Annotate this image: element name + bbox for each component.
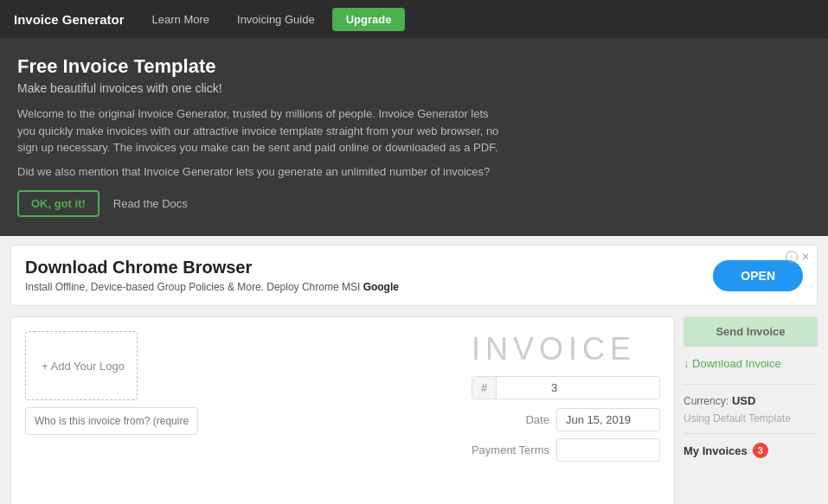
template-label: Using Default Template [684,412,818,424]
sidebar: Send Invoice ↓ Download Invoice Currency… [684,316,818,458]
date-label: Date [472,413,549,426]
read-docs-link[interactable]: Read the Docs [113,197,188,210]
invoice-right: INVOICE # Date Payment Terms [472,331,660,469]
invoice-left: + Add Your Logo [25,331,198,435]
download-invoice-button[interactable]: ↓ Download Invoice [684,352,818,375]
ad-title: Download Chrome Browser [25,258,399,278]
logo-placeholder-text: + Add Your Logo [42,360,125,373]
upgrade-button[interactable]: Upgrade [332,8,406,31]
currency-label: Currency: [684,395,729,407]
invoices-count-badge: 3 [753,443,768,458]
currency-row: Currency: USD [684,393,818,407]
ad-info-row: i ✕ [786,251,810,263]
payment-terms-input[interactable] [556,438,660,462]
ad-text: Download Chrome Browser Install Offline,… [25,258,399,293]
ad-close-button[interactable]: ✕ [801,251,810,263]
invoice-date-section: Date Payment Terms [472,408,660,462]
send-invoice-button[interactable]: Send Invoice [684,316,818,347]
invoice-title-text: INVOICE [472,331,660,367]
sidebar-divider-2 [684,433,818,434]
my-invoices-row: My Invoices 3 [684,443,818,458]
brand-name: Invoice Generator [14,12,125,27]
currency-value: USD [732,394,755,407]
ad-banner: i ✕ Download Chrome Browser Install Offl… [10,245,818,306]
from-input[interactable] [25,407,198,435]
ad-open-button[interactable]: OPEN [713,260,803,291]
date-input[interactable] [556,408,660,431]
hero-section: Free Invoice Template Make beautiful inv… [0,38,828,236]
date-row: Date [472,408,660,431]
payment-terms-label: Payment Terms [472,443,549,456]
ad-info-icon[interactable]: i [786,251,798,263]
hero-body2: Did we also mention that Invoice Generat… [17,163,502,181]
content-row: + Add Your Logo INVOICE # Date [10,316,818,504]
hero-subtitle: Make beautiful invoices with one click! [17,81,811,95]
my-invoices-label: My Invoices [684,444,748,457]
logo-upload-box[interactable]: + Add Your Logo [25,331,138,400]
main-area: i ✕ Download Chrome Browser Install Offl… [0,236,828,504]
invoicing-guide-button[interactable]: Invoicing Guide [227,8,325,31]
payment-terms-row: Payment Terms [472,438,660,462]
navbar: Invoice Generator Learn More Invoicing G… [0,0,828,38]
ad-subtitle: Install Offline, Device-based Group Poli… [25,281,399,293]
invoice-hash: # [472,377,497,399]
invoice-panel: + Add Your Logo INVOICE # Date [10,316,675,504]
invoice-top: + Add Your Logo INVOICE # Date [25,331,660,469]
hero-title: Free Invoice Template [17,55,811,78]
invoice-number-row: # [472,376,660,399]
ok-got-it-button[interactable]: OK, got it! [17,190,99,217]
hero-body1: Welcome to the original Invoice Generato… [17,105,502,156]
sidebar-divider-1 [684,384,818,385]
hero-actions: OK, got it! Read the Docs [17,190,811,217]
learn-more-button[interactable]: Learn More [142,8,220,31]
invoice-number-input[interactable] [497,377,566,399]
